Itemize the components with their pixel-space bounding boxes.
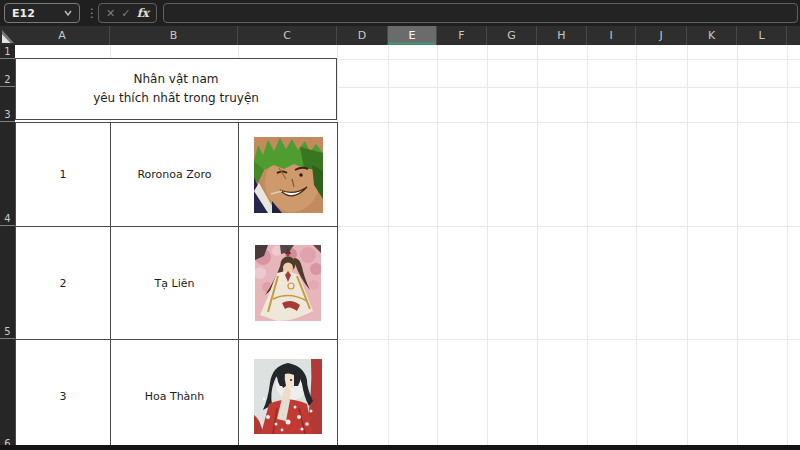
rank-cell[interactable]: 1 [16, 123, 111, 227]
column-header-a[interactable]: A [15, 26, 110, 45]
column-header-g[interactable]: G [487, 26, 537, 45]
row-header-column: 1 2 3 4 5 6 [0, 45, 15, 450]
chevron-down-icon [64, 10, 72, 16]
row-header-1[interactable]: 1 [0, 45, 15, 59]
column-header-row: A B C D E F G H I J K L [0, 26, 800, 45]
table-title-cell[interactable]: Nhân vật nam yêu thích nhất trong truyện [15, 58, 337, 120]
gridline [687, 45, 688, 450]
name-cell[interactable]: Tạ Liên [111, 227, 239, 340]
image-cell[interactable] [239, 227, 338, 340]
gridline [636, 45, 637, 450]
more-options-icon[interactable]: ⋮ [86, 3, 98, 23]
row-header-5[interactable]: 5 [0, 226, 15, 339]
column-header-j[interactable]: J [636, 26, 687, 45]
cancel-icon[interactable]: ✕ [106, 8, 115, 19]
spreadsheet-app: E12 ⋮ ✕ ✓ fx A B C D E F G H I J K L [0, 0, 800, 450]
name-box[interactable]: E12 [4, 3, 80, 23]
ta-lien-image[interactable] [255, 245, 321, 321]
image-cell[interactable] [239, 123, 338, 227]
column-header-b[interactable]: B [110, 26, 238, 45]
window-bottom-edge [0, 445, 800, 450]
select-all-button[interactable] [0, 26, 15, 45]
column-header-k[interactable]: K [687, 26, 737, 45]
row-header-2[interactable]: 2 [0, 59, 15, 87]
column-header-d[interactable]: D [337, 26, 388, 45]
sheet-grid[interactable]: Nhân vật nam yêu thích nhất trong truyện… [15, 45, 800, 450]
row-header-3[interactable]: 3 [0, 87, 15, 122]
column-header-c[interactable]: C [238, 26, 337, 45]
column-header-e-selected[interactable]: E [388, 26, 437, 45]
gridline [487, 45, 488, 450]
name-cell[interactable]: Roronoa Zoro [111, 123, 239, 227]
formula-buttons-group: ✕ ✓ fx [98, 3, 157, 23]
column-header-partial[interactable] [787, 26, 800, 45]
formula-bar-row: E12 ⋮ ✕ ✓ fx [0, 0, 800, 26]
column-header-l[interactable]: L [737, 26, 787, 45]
rank-cell[interactable]: 2 [16, 227, 111, 340]
gridline [537, 45, 538, 450]
formula-input[interactable] [163, 3, 798, 23]
name-cell[interactable]: Hoa Thành [111, 340, 239, 450]
column-header-i[interactable]: I [587, 26, 636, 45]
image-cell[interactable] [239, 340, 338, 450]
gridline [737, 45, 738, 450]
insert-function-icon[interactable]: fx [137, 7, 149, 19]
gridline [388, 45, 389, 450]
gridline [587, 45, 588, 450]
hoa-thanh-image[interactable] [254, 359, 322, 434]
column-header-f[interactable]: F [437, 26, 487, 45]
gridline [437, 45, 438, 450]
row-header-6[interactable]: 6 [0, 339, 15, 450]
character-table: 1 Roronoa Zoro [15, 122, 338, 450]
rank-cell[interactable]: 3 [16, 340, 111, 450]
column-header-h[interactable]: H [537, 26, 587, 45]
gridline [787, 45, 788, 450]
enter-icon[interactable]: ✓ [121, 8, 130, 19]
name-box-value: E12 [12, 7, 35, 20]
row-header-4[interactable]: 4 [0, 122, 15, 226]
roronoa-zoro-image[interactable] [254, 137, 323, 213]
